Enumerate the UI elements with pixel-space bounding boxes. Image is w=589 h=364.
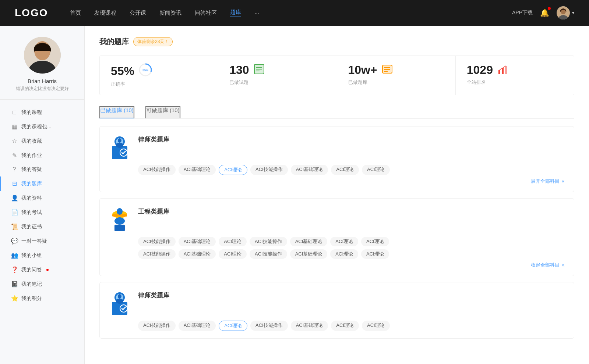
stat-value-banks: 10w+ [348, 63, 377, 77]
question-bank-icon: ⊟ [11, 180, 18, 187]
sidebar-label-my-group: 我的小组 [21, 252, 42, 259]
bank3-tag-6[interactable]: ACI理论 [362, 321, 390, 331]
stat-accuracy: 55% 55% 正确率 [100, 56, 218, 95]
sidebar-item-1on1-qa[interactable]: 💬 一对一答疑 [0, 234, 84, 248]
profile-avatar [24, 37, 61, 74]
tab-done-banks[interactable]: 已做题库 (10) [99, 106, 134, 118]
bank1-tag-3[interactable]: ACI技能操作 [250, 165, 288, 175]
sidebar-item-profile[interactable]: 👤 我的资料 [0, 191, 84, 205]
bank3-tag-0[interactable]: ACI技能操作 [138, 321, 176, 331]
profile-section: Brian Harris 错误的决定比没有决定要好 [0, 37, 84, 100]
svg-point-32 [114, 217, 125, 225]
bank2-tag-4[interactable]: ACI基础理论 [290, 237, 328, 246]
nav-more[interactable]: ··· [254, 10, 259, 16]
sidebar-label-favorites: 我的收藏 [21, 138, 42, 144]
nav-open-course[interactable]: 公开课 [130, 10, 146, 17]
bank3-tags: ACI技能操作 ACI基础理论 ACI理论 ACI技能操作 ACI基础理论 AC… [138, 321, 565, 331]
bank3-tag-2[interactable]: ACI理论 [219, 321, 247, 331]
sidebar-label-my-notes: 我的笔记 [21, 281, 42, 288]
sidebar-item-my-points[interactable]: ⭐ 我的积分 [0, 291, 84, 306]
bank3-tag-5[interactable]: ACI理论 [331, 321, 359, 331]
bank2-tag2-6[interactable]: ACI理论 [361, 249, 389, 259]
nav-qa[interactable]: 问答社区 [195, 10, 217, 17]
my-notes-icon: 📓 [11, 281, 18, 288]
bank2-title: 工程类题库 [138, 206, 169, 216]
nav-questions[interactable]: 题库 [230, 9, 241, 17]
sidebar-label-homework: 我的作业 [21, 152, 42, 159]
svg-point-27 [116, 143, 123, 148]
sidebar-item-my-questions[interactable]: ❓ 我的问答 [0, 263, 84, 277]
nav-news[interactable]: 新闻资讯 [159, 10, 181, 17]
stat-label-done: 已做试题 [229, 79, 325, 86]
bank2-collapse-link[interactable]: 收起全部科目 ∧ [109, 262, 565, 268]
navbar: LOGO 首页 发现课程 公开课 新闻资讯 问答社区 题库 ··· APP下载 … [0, 0, 589, 26]
bank1-title: 律师类题库 [138, 134, 169, 144]
sidebar-item-my-courses[interactable]: □ 我的课程 [0, 106, 84, 119]
bank2-tag-5[interactable]: ACI理论 [330, 237, 358, 246]
bank1-tag-0[interactable]: ACI技能操作 [138, 165, 176, 175]
bank2-tag-2[interactable]: ACI理论 [219, 237, 247, 246]
user-avatar-button[interactable]: ▾ [557, 6, 574, 19]
bank1-expand-link[interactable]: 展开全部科目 ∨ [109, 178, 565, 185]
sidebar-item-my-qa[interactable]: ? 我的答疑 [0, 163, 84, 176]
bank1-tag-2[interactable]: ACI理论 [219, 165, 247, 175]
nav-courses[interactable]: 发现课程 [94, 10, 116, 17]
sidebar-label-course-packages: 我的课程包... [21, 124, 52, 130]
stat-label-rank: 全站排名 [467, 79, 563, 86]
bank2-tag2-5[interactable]: ACI理论 [330, 249, 358, 259]
sidebar-item-my-exams[interactable]: 📄 我的考试 [0, 205, 84, 220]
sidebar-item-course-packages[interactable]: ▦ 我的课程包... [0, 119, 84, 134]
sidebar-item-favorites[interactable]: ☆ 我的收藏 [0, 134, 84, 148]
my-questions-icon: ❓ [11, 266, 18, 273]
certificates-icon: 📜 [11, 223, 18, 230]
bank1-icon [109, 134, 131, 160]
tab-available-banks[interactable]: 可做题库 (10) [145, 106, 180, 118]
bank3-tag-4[interactable]: ACI基础理论 [291, 321, 328, 331]
accuracy-chart-icon: 55% [139, 63, 152, 79]
user-dropdown-chevron: ▾ [572, 10, 574, 15]
favorites-icon: ☆ [11, 138, 18, 144]
bank2-tag-1[interactable]: ACI基础理论 [179, 237, 216, 246]
bank1-tag-4[interactable]: ACI基础理论 [291, 165, 328, 175]
sidebar-label-profile: 我的资料 [21, 195, 42, 201]
sidebar-item-my-group[interactable]: 👥 我的小组 [0, 248, 84, 263]
profile-name: Brian Harris [28, 78, 57, 84]
bank2-tag2-1[interactable]: ACI基础理论 [179, 249, 216, 259]
bank1-tag-5[interactable]: ACI理论 [331, 165, 359, 175]
bank2-tags-row1: ACI技能操作 ACI基础理论 ACI理论 ACI技能操作 ACI基础理论 AC… [138, 237, 565, 246]
sidebar-item-homework[interactable]: ✎ 我的作业 [0, 148, 84, 163]
bank2-tag2-0[interactable]: ACI技能操作 [138, 249, 176, 259]
bank1-tag-6[interactable]: ACI理论 [362, 165, 390, 175]
stat-ranking: 1029 全站排名 [456, 56, 574, 95]
notification-badge [548, 7, 551, 10]
bank3-tag-1[interactable]: ACI基础理论 [179, 321, 216, 331]
nav-home[interactable]: 首页 [70, 10, 81, 17]
bank2-tag2-4[interactable]: ACI基础理论 [290, 249, 328, 259]
bank3-tag-3[interactable]: ACI技能操作 [250, 321, 288, 331]
done-questions-icon [254, 64, 265, 77]
bank1-tags: ACI技能操作 ACI基础理论 ACI理论 ACI技能操作 ACI基础理论 AC… [138, 165, 565, 175]
bank3-title: 律师类题库 [138, 290, 169, 300]
bank2-tag2-2[interactable]: ACI理论 [219, 249, 247, 259]
bank2-icon [109, 206, 131, 232]
stats-row: 55% 55% 正确率 130 [99, 56, 574, 95]
sidebar-item-certificates[interactable]: 📜 我的证书 [0, 220, 84, 234]
bank-card-3: 律师类题库 ACI技能操作 ACI基础理论 ACI理论 ACI技能操作 ACI基… [99, 282, 574, 339]
app-download-button[interactable]: APP下载 [512, 10, 533, 16]
sidebar-label-my-exams: 我的考试 [21, 209, 42, 216]
1on1-qa-icon: 💬 [11, 238, 18, 245]
bank2-tag-3[interactable]: ACI技能操作 [250, 237, 287, 246]
bank2-tag-6[interactable]: ACI理论 [361, 237, 389, 246]
sidebar-label-my-qa: 我的答疑 [21, 166, 42, 173]
main-content: 我的题库 体验剩余23天！ 55% 55% [85, 26, 589, 364]
stat-value-done: 130 [229, 63, 249, 77]
sidebar-item-question-bank[interactable]: ⊟ 我的题库 [0, 176, 84, 191]
stat-done-banks: 10w+ 已做题库 [337, 56, 456, 95]
notification-icon[interactable]: 🔔 [540, 8, 549, 17]
bank1-tag-1[interactable]: ACI基础理论 [179, 165, 216, 175]
bank2-tag2-3[interactable]: ACI技能操作 [250, 249, 287, 259]
sidebar-item-my-notes[interactable]: 📓 我的笔记 [0, 277, 84, 291]
sidebar-menu: □ 我的课程 ▦ 我的课程包... ☆ 我的收藏 ✎ 我的作业 ? 我的答疑 ⊟… [0, 100, 84, 311]
sidebar-label-1on1-qa: 一对一答疑 [21, 238, 47, 245]
bank2-tag-0[interactable]: ACI技能操作 [138, 237, 176, 246]
